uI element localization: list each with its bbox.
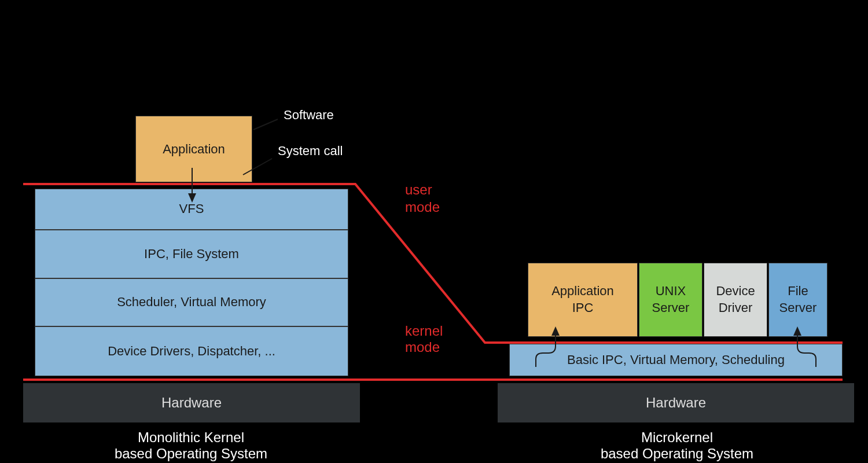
mono-kernel-stack: VFS IPC, File System Scheduler, Virtual … (35, 189, 348, 376)
user-mode-label-1: user (405, 182, 432, 197)
mono-hardware-label: Hardware (161, 395, 222, 411)
mono-layer-vfs: VFS (35, 189, 348, 230)
mono-layer-ipc: IPC, File System (35, 230, 348, 279)
software-label: Software (284, 108, 334, 122)
architecture-diagram: Application VFS IPC, File System Schedul… (0, 0, 868, 463)
micro-file-label: File Server (779, 283, 817, 316)
mono-layer-drivers: Device Drivers, Dispatcher, ... (35, 327, 348, 376)
mono-hardware-box: Hardware (23, 383, 360, 422)
system-call-label: System call (278, 144, 343, 158)
mono-kernel-layers: VFS IPC, File System Scheduler, Virtual … (35, 189, 348, 376)
micro-hardware-label: Hardware (646, 395, 706, 411)
kernel-mode-label-1: kernel (405, 323, 443, 339)
micro-unix-label: UNIX Server (652, 283, 690, 316)
mono-application-label: Application (163, 142, 225, 157)
micro-driver-box: Device Driver (704, 263, 767, 337)
mono-layer-scheduler: Scheduler, Virtual Memory (35, 279, 348, 328)
mono-title: Monolithic Kernelbased Operating System (98, 429, 284, 462)
kernel-mode-label-2: mode (405, 339, 440, 355)
micro-file-box: File Server (768, 263, 827, 337)
micro-hardware-box: Hardware (498, 383, 854, 422)
micro-kernel-box: Basic IPC, Virtual Memory, Scheduling (509, 344, 843, 376)
micro-title: Microkernelbased Operating System (584, 429, 770, 462)
micro-app-label: Application IPC (551, 283, 614, 316)
callout-software-line (253, 119, 278, 130)
micro-unix-box: UNIX Server (639, 263, 703, 337)
micro-kernel-label: Basic IPC, Virtual Memory, Scheduling (567, 352, 785, 368)
micro-application-box: Application IPC (528, 263, 638, 337)
mono-application-box: Application (135, 116, 252, 182)
micro-driver-label: Device Driver (716, 283, 755, 316)
user-mode-label-2: mode (405, 199, 440, 215)
